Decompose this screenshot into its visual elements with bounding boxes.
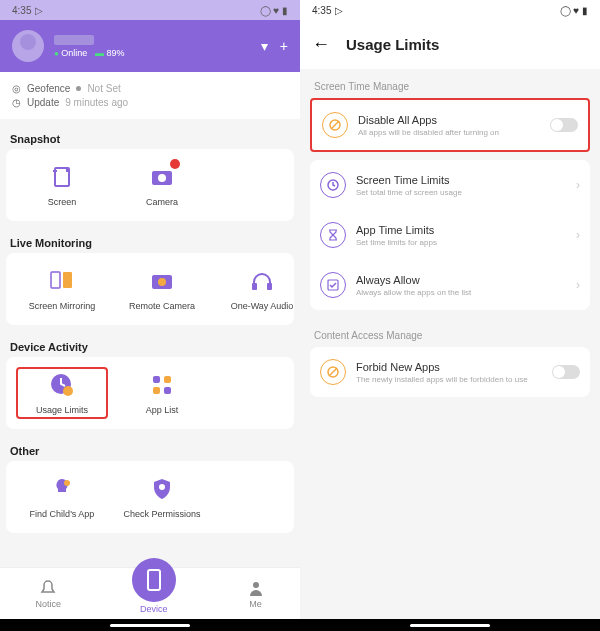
- nav-notice-label: Notice: [35, 599, 61, 609]
- snapshot-screen[interactable]: Screen: [16, 159, 108, 211]
- status-icons: ◯ ♥ ▮: [260, 5, 289, 16]
- device-card: Usage Limits App List: [6, 357, 294, 429]
- clock-icon: ◷: [12, 97, 21, 108]
- main-content: Snapshot Screen Camera Live Monitoring S…: [0, 119, 300, 567]
- disable-apps-card: Disable All Apps All apps will be disabl…: [310, 98, 590, 152]
- shield-icon: [148, 475, 176, 503]
- live-camera-label: Remote Camera: [129, 301, 195, 311]
- row-always-allow[interactable]: Always Allow Always allow the apps on th…: [310, 260, 590, 310]
- back-icon[interactable]: ←: [312, 34, 330, 55]
- nav-notice[interactable]: Notice: [35, 579, 61, 609]
- svg-point-6: [158, 278, 166, 286]
- nav-me[interactable]: Me: [247, 579, 265, 609]
- live-card: Screen Mirroring Remote Camera One-Way A…: [6, 253, 294, 325]
- row-title: Screen Time Limits: [356, 174, 566, 186]
- row-sub: All apps will be disabled after turning …: [358, 128, 540, 137]
- svg-point-15: [64, 480, 70, 486]
- geofence-value: Not Set: [87, 83, 120, 94]
- applist-icon: [148, 371, 176, 399]
- svg-rect-11: [153, 376, 160, 383]
- live-audio-label: One-Way Audio: [231, 301, 294, 311]
- bell-icon: [39, 579, 57, 597]
- row-sub: Always allow the apps on the list: [356, 288, 566, 297]
- check-icon: [320, 272, 346, 298]
- add-icon[interactable]: +: [280, 38, 288, 54]
- svg-rect-14: [164, 387, 171, 394]
- chevron-right-icon: ›: [576, 278, 580, 292]
- home-indicator[interactable]: [110, 624, 190, 627]
- section-title-live: Live Monitoring: [6, 229, 294, 253]
- mirroring-icon: [48, 267, 76, 295]
- other-findapp[interactable]: Find Child's App: [16, 471, 108, 523]
- update-value: 9 minutes ago: [65, 97, 128, 108]
- toggle-forbid-apps[interactable]: [552, 365, 580, 379]
- profile-header: ● Online ▬ 89% ▾ +: [0, 20, 300, 72]
- svg-rect-7: [252, 283, 257, 290]
- avatar[interactable]: [12, 30, 44, 62]
- status-bar: 4:35▷ ◯ ♥ ▮: [0, 0, 300, 20]
- nav-device-label: Device: [140, 604, 168, 614]
- update-label: Update: [27, 97, 59, 108]
- dropdown-icon[interactable]: ▾: [261, 38, 268, 54]
- row-title: App Time Limits: [356, 224, 566, 236]
- forbid-apps-card: Forbid New Apps The newly installed apps…: [310, 347, 590, 397]
- svg-rect-8: [267, 283, 272, 290]
- geofence-label: Geofence: [27, 83, 70, 94]
- bottom-nav: Notice Device Me: [0, 567, 300, 619]
- device-usage-limits[interactable]: Usage Limits: [16, 367, 108, 419]
- battery-value: 89%: [106, 48, 124, 58]
- status-time-right: 4:35: [312, 5, 331, 16]
- row-app-time-limits[interactable]: App Time Limits Set time limits for apps…: [310, 210, 590, 260]
- time-limits-card: Screen Time Limits Set total time of scr…: [310, 160, 590, 310]
- nav-bar-bottom: [0, 619, 300, 631]
- svg-rect-12: [164, 376, 171, 383]
- section-title-other: Other: [6, 437, 294, 461]
- snapshot-camera[interactable]: Camera: [116, 159, 208, 211]
- row-title: Always Allow: [356, 274, 566, 286]
- geofence-icon: ◎: [12, 83, 21, 94]
- battery-icon: ▬: [95, 48, 104, 58]
- nav-bar-bottom-right: [300, 619, 600, 631]
- remote-camera-icon: [148, 267, 176, 295]
- camera-icon: [148, 163, 176, 191]
- content-right: Screen Time Manage Disable All Apps All …: [300, 69, 600, 619]
- nav-me-label: Me: [249, 599, 262, 609]
- other-findapp-label: Find Child's App: [30, 509, 95, 519]
- nav-device[interactable]: [132, 558, 176, 602]
- row-title: Disable All Apps: [358, 114, 540, 126]
- device-applist[interactable]: App List: [116, 367, 208, 419]
- row-sub: The newly installed apps will be forbidd…: [356, 375, 542, 384]
- clock-icon: [320, 172, 346, 198]
- snapshot-camera-label: Camera: [146, 197, 178, 207]
- home-indicator[interactable]: [410, 624, 490, 627]
- row-screen-time-limits[interactable]: Screen Time Limits Set total time of scr…: [310, 160, 590, 210]
- play-icon: ▷: [335, 5, 343, 16]
- live-camera[interactable]: Remote Camera: [116, 263, 208, 315]
- device-usage-limits-label: Usage Limits: [36, 405, 88, 415]
- lightbulb-icon: [48, 475, 76, 503]
- svg-line-20: [331, 121, 339, 129]
- person-icon: [247, 579, 265, 597]
- update-row[interactable]: ◷ Update 9 minutes ago: [12, 97, 288, 108]
- profile-name-redacted: [54, 35, 94, 45]
- svg-rect-17: [148, 570, 160, 590]
- geofence-row[interactable]: ◎ Geofence Not Set: [12, 83, 288, 94]
- status-bar-right: 4:35▷ ◯ ♥ ▮: [300, 0, 600, 20]
- hourglass-icon: [320, 222, 346, 248]
- other-card: Find Child's App Check Permissions: [6, 461, 294, 533]
- row-disable-apps[interactable]: Disable All Apps All apps will be disabl…: [312, 100, 588, 150]
- online-label: Online: [61, 48, 87, 58]
- toggle-disable-apps[interactable]: [550, 118, 578, 132]
- other-permissions[interactable]: Check Permissions: [116, 471, 208, 523]
- svg-point-2: [158, 174, 166, 182]
- online-dot-icon: ●: [54, 49, 59, 58]
- live-audio[interactable]: One-Way Audio: [216, 263, 300, 315]
- row-forbid-apps[interactable]: Forbid New Apps The newly installed apps…: [310, 347, 590, 397]
- chevron-right-icon: ›: [576, 178, 580, 192]
- page-title: Usage Limits: [346, 36, 439, 53]
- section-title-snapshot: Snapshot: [6, 125, 294, 149]
- forbid-icon: [320, 359, 346, 385]
- live-mirroring[interactable]: Screen Mirroring: [16, 263, 108, 315]
- device-applist-label: App List: [146, 405, 179, 415]
- section-screen-time: Screen Time Manage: [300, 69, 600, 98]
